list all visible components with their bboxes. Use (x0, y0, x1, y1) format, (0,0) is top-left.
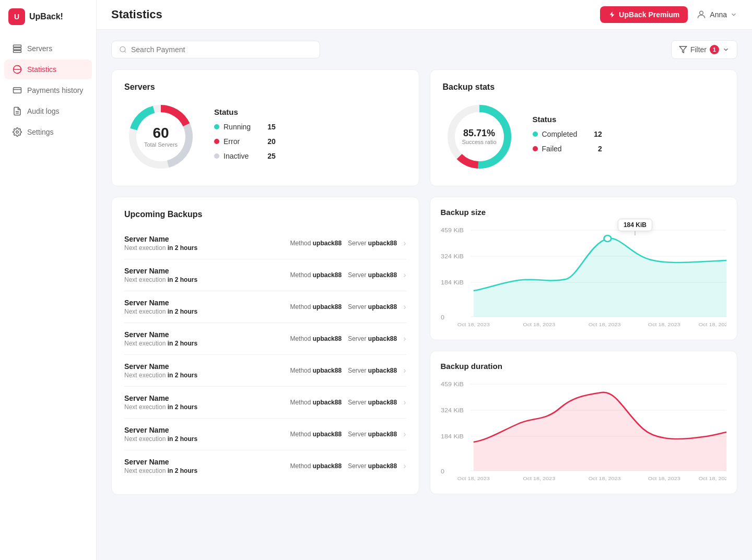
status-error: Error 20 (214, 137, 276, 146)
svg-text:Oct 18, 2023: Oct 18, 2023 (698, 476, 726, 481)
sidebar-nav: Servers Statistics Payments history Audi… (0, 38, 96, 143)
backup-duration-card: Backup duration 459 KiB 324 KiB 184 KiB … (430, 351, 738, 494)
backup-status-title: Status (533, 115, 602, 124)
page-title: Statistics (111, 8, 162, 21)
svg-text:459 KiB: 459 KiB (441, 227, 464, 233)
payments-icon (13, 86, 22, 95)
backup-name: Server Name (124, 458, 284, 466)
logo: U UpBack! (0, 8, 96, 38)
backup-item[interactable]: Server Name Next execution in 2 hours Me… (124, 259, 406, 291)
servers-status-title: Status (214, 108, 276, 116)
backup-server: Server upback88 (348, 399, 397, 406)
sidebar-item-servers[interactable]: Servers (4, 39, 92, 58)
search-row: Filter 1 (111, 40, 737, 59)
backup-stats-title: Backup stats (443, 82, 725, 92)
backup-item[interactable]: Server Name Next execution in 2 hours Me… (124, 450, 406, 482)
backup-meta: Next execution in 2 hours (124, 372, 284, 379)
chevron-right-icon: › (403, 366, 406, 375)
backup-server: Server upback88 (348, 335, 397, 342)
servers-status-list: Running 15 Error 20 Inactive (214, 123, 276, 160)
svg-text:324 KiB: 324 KiB (441, 253, 464, 259)
backup-name: Server Name (124, 267, 284, 275)
backup-name: Server Name (124, 299, 284, 307)
statistics-icon (13, 65, 22, 74)
inactive-dot (214, 153, 219, 159)
filter-badge: 1 (710, 45, 719, 54)
backup-method: Method upback88 (290, 462, 342, 470)
inactive-count: 25 (267, 152, 276, 160)
settings-icon (13, 127, 22, 137)
backup-name: Server Name (124, 235, 284, 243)
backup-duration-svg: 459 KiB 324 KiB 184 KiB 0 (441, 377, 727, 481)
backup-percentage-label: Success ratio (462, 139, 496, 145)
svg-point-8 (700, 11, 703, 15)
error-label: Error (224, 137, 251, 146)
backup-item[interactable]: Server Name Next execution in 2 hours Me… (124, 291, 406, 323)
servers-donut-center: 60 Total Servers (144, 126, 178, 148)
backup-item[interactable]: Server Name Next execution in 2 hours Me… (124, 323, 406, 355)
backup-stats-donut-section: 85.71% Success ratio Status Completed 12 (443, 100, 725, 173)
filter-label: Filter (690, 45, 707, 54)
chevron-right-icon: › (403, 302, 406, 312)
premium-button[interactable]: UpBack Premium (600, 6, 688, 23)
backup-server: Server upback88 (348, 431, 397, 438)
backup-item[interactable]: Server Name Next execution in 2 hours Me… (124, 387, 406, 419)
servers-donut-chart: 60 Total Servers (124, 100, 197, 173)
backup-stats-donut: 85.71% Success ratio (443, 100, 516, 173)
backup-method: Method upback88 (290, 335, 342, 342)
backup-percentage: 85.71% (462, 128, 496, 138)
status-failed: Failed 2 (533, 145, 602, 153)
svg-rect-1 (14, 48, 21, 50)
svg-text:184 KiB: 184 KiB (441, 279, 464, 285)
error-count: 20 (267, 137, 276, 146)
chevron-right-icon: › (403, 239, 406, 248)
sidebar-item-payments[interactable]: Payments history (4, 80, 92, 100)
backup-info: Server Name Next execution in 2 hours (124, 235, 284, 252)
svg-text:Oct 18, 2023: Oct 18, 2023 (457, 476, 489, 481)
backup-meta: Next execution in 2 hours (124, 276, 284, 283)
backup-item[interactable]: Server Name Next execution in 2 hours Me… (124, 419, 406, 450)
upcoming-title: Upcoming Backups (124, 210, 406, 219)
svg-rect-4 (14, 88, 21, 93)
backup-name: Server Name (124, 362, 284, 371)
svg-text:0: 0 (441, 314, 444, 320)
backup-donut-center: 85.71% Success ratio (462, 128, 496, 145)
backup-item[interactable]: Server Name Next execution in 2 hours Me… (124, 355, 406, 387)
servers-status-section: Status Running 15 Error 20 (214, 108, 276, 166)
search-box[interactable] (111, 41, 320, 58)
backup-method: Method upback88 (290, 399, 342, 406)
svg-point-9 (120, 46, 125, 52)
backup-info: Server Name Next execution in 2 hours (124, 458, 284, 474)
backup-status-list: Completed 12 Failed 2 (533, 130, 602, 153)
svg-text:324 KiB: 324 KiB (441, 407, 464, 413)
svg-text:Oct 18, 2023: Oct 18, 2023 (523, 476, 555, 481)
sidebar-item-statistics[interactable]: Statistics (4, 59, 92, 79)
sidebar-item-audit[interactable]: Audit logs (4, 101, 92, 121)
bolt-icon (608, 11, 616, 18)
filter-button[interactable]: Filter 1 (671, 40, 737, 59)
backup-method: Method upback88 (290, 271, 342, 279)
sidebar-item-settings[interactable]: Settings (4, 122, 92, 142)
running-count: 15 (267, 123, 276, 131)
search-icon (119, 45, 127, 54)
backup-name: Server Name (124, 330, 284, 339)
backup-server: Server upback88 (348, 240, 397, 247)
svg-text:Oct 18, 2023: Oct 18, 2023 (523, 322, 555, 327)
chevron-right-icon: › (403, 270, 406, 280)
logo-icon: U (8, 8, 25, 25)
search-input[interactable] (131, 45, 312, 54)
tooltip-stem (634, 231, 636, 235)
svg-line-10 (124, 51, 126, 53)
user-icon (696, 9, 707, 20)
backup-server: Server upback88 (348, 367, 397, 374)
user-menu[interactable]: Anna (696, 9, 737, 20)
main-area: Statistics UpBack Premium Anna Filter (97, 0, 752, 560)
svg-text:Oct 18, 2023: Oct 18, 2023 (588, 476, 620, 481)
backup-size-chart-area: 184 KiB 459 KiB 324 KiB 184 KiB 0 (441, 223, 727, 329)
svg-rect-2 (14, 51, 21, 53)
servers-icon (13, 44, 22, 53)
svg-point-7 (16, 131, 19, 134)
failed-dot (533, 146, 538, 151)
svg-text:184 KiB: 184 KiB (441, 433, 464, 439)
backup-item[interactable]: Server Name Next execution in 2 hours Me… (124, 228, 406, 259)
